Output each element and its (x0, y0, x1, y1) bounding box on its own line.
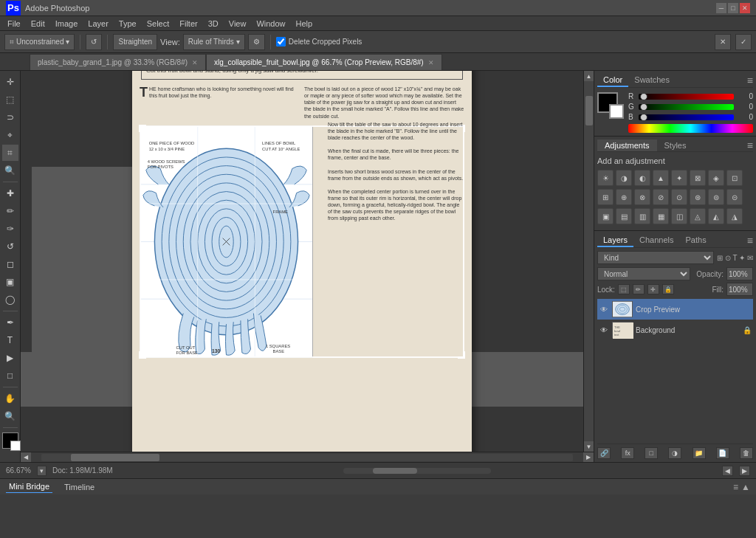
lock-all-icon[interactable]: 🔒 (662, 284, 674, 294)
clone-stamp-tool[interactable]: ✑ (2, 221, 18, 237)
path-select-tool[interactable]: ▶ (2, 350, 18, 366)
lock-pixels-icon[interactable]: ⬚ (618, 284, 630, 294)
posterize-icon[interactable]: ⊙ (671, 189, 687, 205)
tab-paths[interactable]: Paths (680, 234, 712, 247)
canvas-area[interactable]: BY H. H. WALLIN Cut this fruit bowl and … (21, 71, 583, 452)
zoom-tool[interactable]: 🔍 (2, 408, 18, 424)
color-lookup-icon[interactable]: ⊗ (634, 189, 650, 205)
crop-tool[interactable]: ⌗ (2, 145, 18, 161)
menu-3d[interactable]: 3D (204, 18, 223, 30)
spectrum-bar[interactable] (628, 124, 753, 133)
mini-bridge-expand[interactable]: ▲ (741, 482, 750, 492)
layer-visibility-bg[interactable]: 👁 (599, 325, 609, 335)
close-button[interactable]: ✕ (740, 3, 750, 13)
threshold-icon[interactable]: ⊛ (690, 189, 706, 205)
menu-view[interactable]: View (224, 18, 251, 30)
background-color[interactable] (10, 441, 21, 451)
lasso-tool[interactable]: ⊃ (2, 109, 18, 125)
type-tool[interactable]: T (2, 332, 18, 348)
opacity-input[interactable] (726, 267, 753, 280)
scroll-right-arrow[interactable]: ▶ (583, 452, 594, 463)
bw-icon[interactable]: ⊡ (726, 170, 743, 186)
vibrance-icon[interactable]: ✦ (671, 170, 687, 186)
blue-slider-thumb[interactable] (640, 114, 647, 121)
background-color-swatch[interactable] (609, 104, 624, 119)
tab-styles[interactable]: Styles (657, 139, 694, 151)
foreground-color[interactable] (2, 432, 18, 449)
layers-panel-options[interactable]: ≡ (747, 234, 753, 247)
adj-panel-options[interactable]: ≡ (747, 139, 753, 151)
move-tool[interactable]: ✛ (2, 74, 18, 90)
rect-select-tool[interactable]: ⬚ (2, 92, 18, 108)
delete-layer-button[interactable]: 🗑 (740, 447, 753, 459)
fill-input[interactable] (726, 283, 753, 296)
link-layers-button[interactable]: 🔗 (597, 447, 611, 459)
tab-fruit-bowl[interactable]: xlg_collapsible_fruit_bowl.jpg @ 66.7% (… (206, 54, 442, 70)
brightness-contrast-icon[interactable]: ☀ (597, 170, 614, 186)
levels-icon[interactable]: ◑ (616, 170, 632, 186)
scroll-left-arrow[interactable]: ◀ (21, 452, 31, 463)
menu-select[interactable]: Select (142, 18, 174, 30)
rectangle-tool[interactable]: □ (2, 368, 18, 384)
color-panel-options[interactable]: ≡ (747, 74, 753, 87)
menu-image[interactable]: Image (51, 18, 83, 30)
solid-icon[interactable]: ▥ (634, 208, 650, 224)
exposure-icon[interactable]: ▲ (653, 170, 669, 186)
horizontal-scrollbar[interactable]: ◀ ▶ (21, 452, 594, 462)
scroll-thumb[interactable] (585, 96, 593, 125)
mini-bridge-tab[interactable]: Mini Bridge (6, 480, 52, 493)
minimize-button[interactable]: ─ (716, 3, 726, 13)
adj-extra-3[interactable]: ◭ (708, 208, 724, 224)
add-mask-button[interactable]: □ (645, 447, 658, 459)
new-group-button[interactable]: 📁 (693, 447, 706, 459)
hsl-icon[interactable]: ⊠ (690, 170, 706, 186)
lock-position-icon[interactable]: ✛ (647, 284, 659, 294)
curves-icon[interactable]: ◐ (634, 170, 650, 186)
tab-close-1[interactable]: ✕ (192, 59, 198, 66)
menu-file[interactable]: File (3, 18, 25, 30)
fx-button[interactable]: fx (621, 447, 634, 459)
menu-layer[interactable]: Layer (83, 18, 113, 30)
tab-color[interactable]: Color (597, 74, 628, 87)
menu-type[interactable]: Type (114, 18, 141, 30)
pen-tool[interactable]: ✒ (2, 314, 18, 331)
fill-icon[interactable]: ▤ (616, 208, 632, 224)
vertical-scrollbar[interactable]: ▲ ▼ (583, 71, 594, 452)
new-fill-adjustment-button[interactable]: ◑ (668, 447, 681, 459)
tab-channels[interactable]: Channels (633, 234, 679, 247)
adj-extra-2[interactable]: ◬ (690, 208, 706, 224)
straighten-button[interactable]: Straighten (113, 34, 157, 50)
healing-tool[interactable]: ✚ (2, 185, 18, 201)
gradient-map-icon[interactable]: ⊜ (708, 189, 724, 205)
menu-help[interactable]: Help (292, 18, 317, 30)
color-balance-icon[interactable]: ◈ (708, 170, 724, 186)
tab-swatches[interactable]: Swatches (628, 74, 676, 87)
red-slider-track[interactable] (639, 94, 734, 100)
tab-close-2[interactable]: ✕ (428, 59, 434, 66)
selective-color-icon[interactable]: ⊝ (726, 189, 743, 205)
zoom-options-button[interactable]: ▾ (37, 466, 47, 476)
dodge-tool[interactable]: ◯ (2, 292, 18, 308)
green-slider-thumb[interactable] (640, 103, 647, 111)
checker-icon[interactable]: ▦ (653, 208, 669, 224)
cancel-crop-button[interactable]: ✕ (715, 34, 731, 50)
tab-plastic-baby-grand[interactable]: plastic_baby_grand_1.jpg @ 33.3% (RGB/8#… (30, 54, 206, 70)
tab-adjustments[interactable]: Adjustments (597, 139, 657, 151)
delete-cropped-checkbox[interactable] (276, 37, 286, 46)
crop-handle-br[interactable] (458, 351, 465, 359)
maximize-button[interactable]: □ (728, 3, 738, 13)
layer-filter-select[interactable]: Kind (597, 251, 714, 264)
nav-right-button[interactable]: ▶ (739, 466, 750, 476)
hand-tool[interactable]: ✋ (2, 390, 18, 407)
menu-filter[interactable]: Filter (175, 18, 202, 30)
scroll-up-arrow[interactable]: ▲ (584, 71, 594, 81)
green-slider-track[interactable] (639, 104, 734, 110)
photo-filter-icon[interactable]: ⊞ (597, 189, 614, 205)
layer-background[interactable]: 👁 THE bowl text Background 🔒 (597, 320, 753, 340)
history-brush-tool[interactable]: ↺ (2, 238, 18, 255)
reset-button[interactable]: ↺ (86, 34, 102, 50)
scroll-track[interactable] (584, 81, 594, 441)
mini-bridge-menu[interactable]: ≡ (733, 482, 738, 492)
brush-tool[interactable]: ✏ (2, 203, 18, 219)
nav-left-button[interactable]: ◀ (722, 466, 733, 476)
